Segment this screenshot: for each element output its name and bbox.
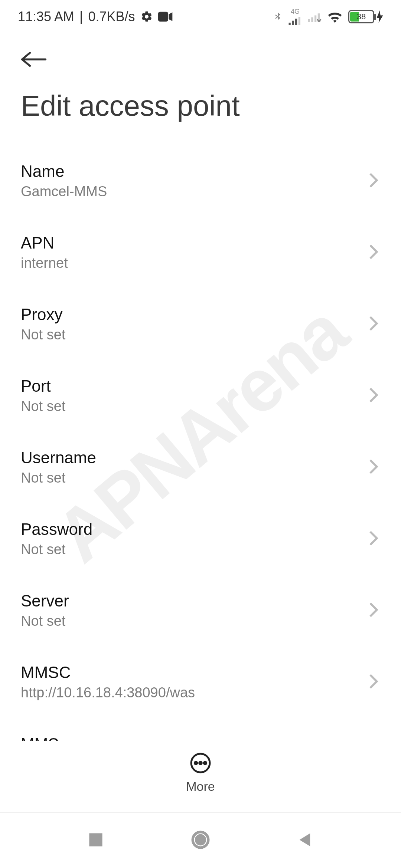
row-label: Port (21, 377, 65, 395)
nav-back-button[interactable] (297, 832, 313, 849)
row-value: Not set (21, 470, 96, 486)
row-server[interactable]: Server Not set (21, 575, 386, 646)
row-label: Password (21, 520, 92, 539)
row-name[interactable]: Name Gamcel-MMS (21, 145, 386, 217)
charging-icon (376, 10, 383, 23)
svg-rect-1 (289, 23, 291, 25)
battery-icon: 38 (348, 10, 374, 23)
nav-bar (0, 812, 401, 868)
nav-home-button[interactable] (190, 829, 211, 852)
svg-rect-4 (299, 17, 300, 25)
row-value: Not set (21, 398, 65, 414)
battery-percent: 38 (349, 11, 373, 22)
row-port[interactable]: Port Not set (21, 360, 386, 431)
wifi-icon (327, 10, 343, 23)
status-data-rate: 0.7KB/s (88, 9, 135, 24)
more-icon (189, 752, 212, 776)
svg-rect-3 (295, 19, 297, 26)
signal-icon-2 (307, 11, 322, 22)
chevron-right-icon (368, 244, 379, 262)
status-time: 11:35 AM (18, 9, 74, 24)
row-value: Gamcel-MMS (21, 184, 107, 200)
bluetooth-icon (273, 9, 283, 24)
row-label: Name (21, 162, 107, 181)
chevron-right-icon (368, 530, 379, 548)
row-apn[interactable]: APN internet (21, 217, 386, 288)
settings-icon (140, 10, 153, 23)
status-bar: 11:35 AM | 0.7KB/s 4G 38 (0, 0, 401, 33)
back-button[interactable] (21, 45, 50, 74)
row-label: Proxy (21, 305, 65, 324)
row-label: MMSC (21, 663, 195, 682)
row-username[interactable]: Username Not set (21, 431, 386, 503)
chevron-right-icon (368, 387, 379, 405)
row-value: Not set (21, 542, 92, 558)
row-value: internet (21, 255, 68, 271)
svg-point-12 (204, 762, 206, 765)
svg-point-10 (195, 762, 197, 765)
row-proxy[interactable]: Proxy Not set (21, 288, 386, 360)
more-button[interactable]: More (0, 741, 401, 794)
svg-rect-7 (314, 16, 316, 22)
svg-point-15 (196, 835, 205, 844)
svg-rect-2 (292, 21, 294, 25)
chevron-right-icon (368, 315, 379, 333)
settings-list: Name Gamcel-MMS APN internet Proxy Not s… (0, 145, 401, 789)
svg-rect-13 (89, 833, 102, 846)
row-value: http://10.16.18.4:38090/was (21, 685, 195, 701)
chevron-right-icon (368, 673, 379, 691)
status-sep: | (79, 9, 83, 24)
row-value: Not set (21, 327, 65, 343)
svg-rect-6 (311, 17, 313, 22)
page-title: Edit access point (0, 82, 401, 145)
camera-icon (158, 11, 173, 22)
row-label: Server (21, 592, 69, 610)
network-type: 4G (291, 8, 300, 15)
more-label: More (186, 779, 215, 794)
row-value: Not set (21, 613, 69, 629)
row-label: Username (21, 448, 96, 467)
chevron-right-icon (368, 602, 379, 619)
svg-rect-0 (158, 12, 168, 22)
signal-icon-1 (288, 15, 302, 25)
svg-point-11 (199, 762, 202, 765)
row-password[interactable]: Password Not set (21, 503, 386, 575)
nav-recent-button[interactable] (88, 832, 104, 849)
chevron-right-icon (368, 172, 379, 190)
chevron-right-icon (368, 458, 379, 476)
row-mmsc[interactable]: MMSC http://10.16.18.4:38090/was (21, 646, 386, 718)
row-label: APN (21, 234, 68, 252)
svg-rect-5 (308, 19, 310, 22)
